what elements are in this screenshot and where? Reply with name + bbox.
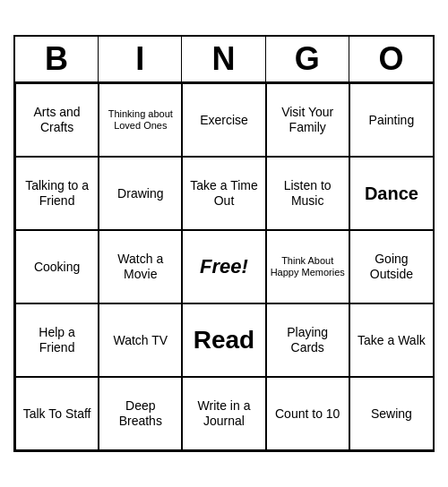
bingo-cell: Deep Breaths (99, 377, 182, 450)
bingo-cell: Listen to Music (266, 157, 349, 230)
bingo-cell: Cooking (15, 230, 99, 303)
bingo-cell: Count to 10 (266, 377, 349, 450)
bingo-cell: Help a Friend (15, 303, 99, 377)
bingo-cell: Thinking about Loved Ones (99, 83, 182, 157)
bingo-card: BINGO Arts and CraftsThinking about Love… (13, 35, 435, 452)
header-letter: I (99, 37, 182, 81)
bingo-cell: Sewing (349, 377, 433, 450)
header-letter: O (349, 37, 433, 81)
header-letter: G (266, 37, 349, 81)
bingo-cell: Arts and Crafts (15, 83, 99, 157)
bingo-grid: Arts and CraftsThinking about Loved Ones… (15, 83, 433, 450)
bingo-cell: Visit Your Family (266, 83, 349, 157)
bingo-cell: Talking to a Friend (15, 157, 99, 230)
bingo-header: BINGO (15, 37, 433, 83)
header-letter: N (182, 37, 265, 81)
bingo-cell: Dance (349, 157, 433, 230)
bingo-cell: Watch TV (99, 303, 182, 377)
bingo-cell: Take a Walk (349, 303, 433, 377)
bingo-cell: Drawing (99, 157, 182, 230)
bingo-cell: Watch a Movie (99, 230, 182, 303)
bingo-cell: Talk To Staff (15, 377, 99, 450)
bingo-cell: Free! (182, 230, 265, 303)
bingo-cell: Painting (349, 83, 433, 157)
bingo-cell: Write in a Journal (182, 377, 265, 450)
bingo-cell: Read (182, 303, 265, 377)
bingo-cell: Exercise (182, 83, 265, 157)
header-letter: B (15, 37, 99, 81)
bingo-cell: Take a Time Out (182, 157, 265, 230)
bingo-cell: Think About Happy Memories (266, 230, 349, 303)
bingo-cell: Going Outside (349, 230, 433, 303)
bingo-cell: Playing Cards (266, 303, 349, 377)
